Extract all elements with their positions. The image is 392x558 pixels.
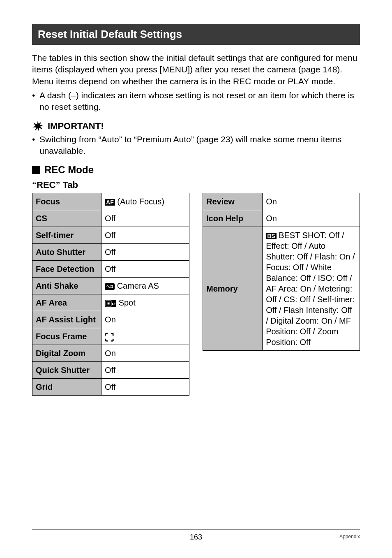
cell-value: On bbox=[101, 345, 189, 362]
important-starburst-icon bbox=[32, 120, 44, 132]
page: Reset Initial Default Settings The table… bbox=[0, 0, 392, 558]
table-row: Face Detection Off bbox=[32, 261, 189, 278]
antishake-value-text: Camera AS bbox=[117, 281, 159, 290]
dash-note-bullet: • A dash (–) indicates an item whose set… bbox=[32, 90, 360, 113]
cell-key: Quick Shutter bbox=[32, 362, 101, 379]
important-note-text: Switching from “Auto” to “Premium Auto” … bbox=[39, 134, 360, 157]
table-row: Review On bbox=[203, 193, 360, 210]
tables-wrapper: Focus AF (Auto Focus) CS Off Self-timer … bbox=[32, 193, 360, 396]
square-bullet-icon bbox=[32, 166, 40, 174]
svg-rect-1 bbox=[105, 283, 115, 290]
intro-paragraph: The tables in this section show the init… bbox=[32, 52, 360, 87]
cell-value bbox=[101, 328, 189, 345]
focus-value-text: (Auto Focus) bbox=[117, 197, 164, 206]
table-row: Grid Off bbox=[32, 379, 189, 396]
cell-key: AF Area bbox=[32, 294, 101, 311]
cell-value: Camera AS bbox=[101, 278, 189, 294]
svg-text:AF: AF bbox=[112, 302, 116, 306]
page-number: 163 bbox=[32, 533, 360, 542]
important-label: IMPORTANT! bbox=[48, 121, 104, 132]
table-row: Digital Zoom On bbox=[32, 345, 189, 362]
rec-defaults-table-right: Review On Icon Help On Memory BS BEST SH… bbox=[203, 193, 360, 351]
table-row: Quick Shutter Off bbox=[32, 362, 189, 379]
cell-value: AF (Auto Focus) bbox=[101, 193, 189, 210]
left-column: Focus AF (Auto Focus) CS Off Self-timer … bbox=[32, 193, 189, 396]
rec-mode-heading: REC Mode bbox=[32, 164, 360, 176]
cell-key: Digital Zoom bbox=[32, 345, 101, 362]
bs-icon: BS bbox=[266, 233, 276, 239]
table-row: CS Off bbox=[32, 210, 189, 227]
rec-mode-text: REC Mode bbox=[44, 164, 94, 176]
cell-key: Face Detection bbox=[32, 261, 101, 278]
table-row: AF Area AF Spot bbox=[32, 294, 189, 311]
bullet-dot: • bbox=[32, 134, 39, 157]
focus-frame-icon bbox=[105, 333, 114, 342]
cell-value: Off bbox=[101, 362, 189, 379]
cell-value: Off bbox=[101, 244, 189, 261]
cell-value: AF Spot bbox=[101, 294, 189, 311]
cell-value: Off bbox=[101, 227, 189, 244]
table-row: Icon Help On bbox=[203, 210, 360, 227]
dash-note-text: A dash (–) indicates an item whose setti… bbox=[39, 90, 360, 113]
cell-key: Self-timer bbox=[32, 227, 101, 244]
table-row: Memory BS BEST SHOT: Off / Effect: Off /… bbox=[203, 227, 360, 351]
cell-value: On bbox=[263, 193, 360, 210]
table-row: Anti Shake Camera AS bbox=[32, 278, 189, 294]
cell-key: Icon Help bbox=[203, 210, 263, 227]
svg-marker-0 bbox=[32, 120, 43, 131]
cell-value: Off bbox=[101, 379, 189, 396]
bullet-dot: • bbox=[32, 90, 39, 113]
cell-key: Focus Frame bbox=[32, 328, 101, 345]
af-icon: AF bbox=[105, 199, 115, 206]
table-row: Focus AF (Auto Focus) bbox=[32, 193, 189, 210]
cell-value: On bbox=[101, 311, 189, 328]
table-row: AF Assist Light On bbox=[32, 311, 189, 328]
table-row: Self-timer Off bbox=[32, 227, 189, 244]
rec-tab-heading: “REC” Tab bbox=[32, 180, 360, 190]
table-row: Focus Frame bbox=[32, 328, 189, 345]
cell-key: AF Assist Light bbox=[32, 311, 101, 328]
cell-key: Auto Shutter bbox=[32, 244, 101, 261]
cell-key: Anti Shake bbox=[32, 278, 101, 294]
cell-value: On bbox=[263, 210, 360, 227]
antishake-icon bbox=[105, 283, 115, 290]
spot-af-icon: AF bbox=[105, 300, 116, 307]
important-heading: IMPORTANT! bbox=[32, 120, 360, 132]
cell-value: Off bbox=[101, 210, 189, 227]
rec-defaults-table-left: Focus AF (Auto Focus) CS Off Self-timer … bbox=[32, 193, 189, 396]
cell-key: Memory bbox=[203, 227, 263, 351]
memory-value-text: BEST SHOT: Off / Effect: Off / Auto Shut… bbox=[266, 231, 355, 347]
cell-key: Review bbox=[203, 193, 263, 210]
svg-rect-4 bbox=[108, 303, 110, 305]
right-column: Review On Icon Help On Memory BS BEST SH… bbox=[203, 193, 360, 351]
cell-value: Off bbox=[101, 261, 189, 278]
afarea-value-text: Spot bbox=[119, 298, 136, 307]
cell-key: Focus bbox=[32, 193, 101, 210]
cell-key: Grid bbox=[32, 379, 101, 396]
footer-section-label: Appendix bbox=[339, 534, 360, 539]
page-footer: 163 Appendix bbox=[32, 529, 360, 542]
cell-value: BS BEST SHOT: Off / Effect: Off / Auto S… bbox=[263, 227, 360, 351]
section-title: Reset Initial Default Settings bbox=[32, 24, 360, 45]
cell-key: CS bbox=[32, 210, 101, 227]
table-row: Auto Shutter Off bbox=[32, 244, 189, 261]
important-note-bullet: • Switching from “Auto” to “Premium Auto… bbox=[32, 134, 360, 157]
